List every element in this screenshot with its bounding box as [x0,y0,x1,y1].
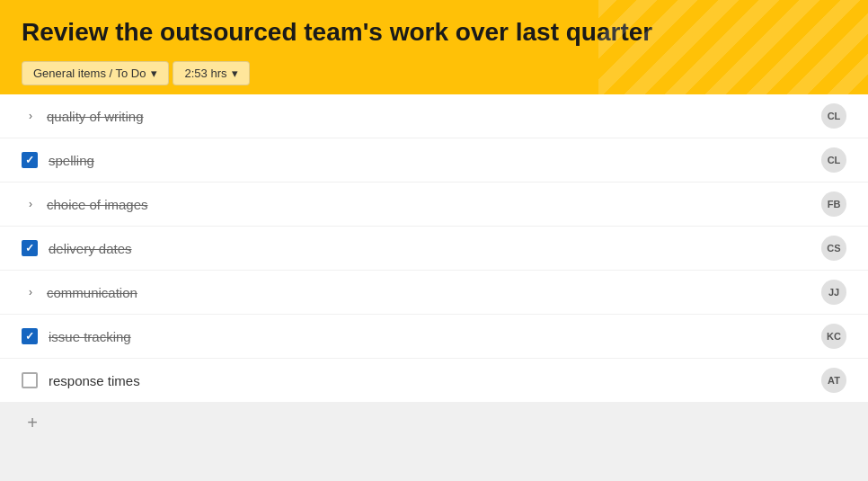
task-row: ✓issue trackingKC [0,315,868,359]
task-list: ›quality of writingCL✓spellingCL›choice … [0,94,868,403]
task-row: ›choice of imagesFB [0,183,868,227]
add-row: + [0,403,868,442]
avatar-delivery-dates: CS [821,236,846,261]
group-dropdown-button[interactable]: General items / To Do ▾ [22,61,169,85]
task-row: ✓spellingCL [0,138,868,183]
time-dropdown-button[interactable]: 2:53 hrs ▾ [173,61,250,85]
group-label: General items / To Do [33,67,146,80]
task-row: response timesAT [0,359,868,403]
add-task-button[interactable]: + [22,412,43,433]
task-label-choice-of-images: choice of images [47,197,821,212]
checkbox-response-times[interactable] [22,372,38,388]
avatar-response-times: AT [821,368,846,393]
task-label-quality-of-writing: quality of writing [47,109,821,124]
task-label-issue-tracking: issue tracking [49,329,821,344]
avatar-quality-of-writing: CL [821,103,846,129]
task-row: ✓delivery datesCS [0,227,868,271]
header-toolbar: General items / To Do ▾ 2:53 hrs ▾ [22,61,846,94]
task-row: ›communicationJJ [0,271,868,315]
time-label: 2:53 hrs [184,67,226,80]
page-header: Review the outsourced team's work over l… [0,0,868,94]
task-row: ›quality of writingCL [0,94,868,138]
checkbox-delivery-dates[interactable]: ✓ [22,240,38,256]
footer-area [0,442,868,481]
task-label-communication: communication [47,285,821,300]
task-label-response-times: response times [49,373,821,388]
group-dropdown-icon: ▾ [151,67,157,80]
checkbox-spelling[interactable]: ✓ [22,152,38,168]
time-dropdown-icon: ▾ [232,67,238,80]
task-label-delivery-dates: delivery dates [49,241,821,256]
avatar-communication: JJ [821,280,846,305]
avatar-spelling: CL [821,147,846,173]
expand-button-quality-of-writing[interactable]: › [22,107,40,125]
avatar-issue-tracking: KC [821,324,846,349]
expand-button-communication[interactable]: › [22,283,40,301]
avatar-choice-of-images: FB [821,192,846,217]
task-label-spelling: spelling [49,153,821,168]
checkbox-issue-tracking[interactable]: ✓ [22,328,38,344]
expand-button-choice-of-images[interactable]: › [22,195,40,213]
